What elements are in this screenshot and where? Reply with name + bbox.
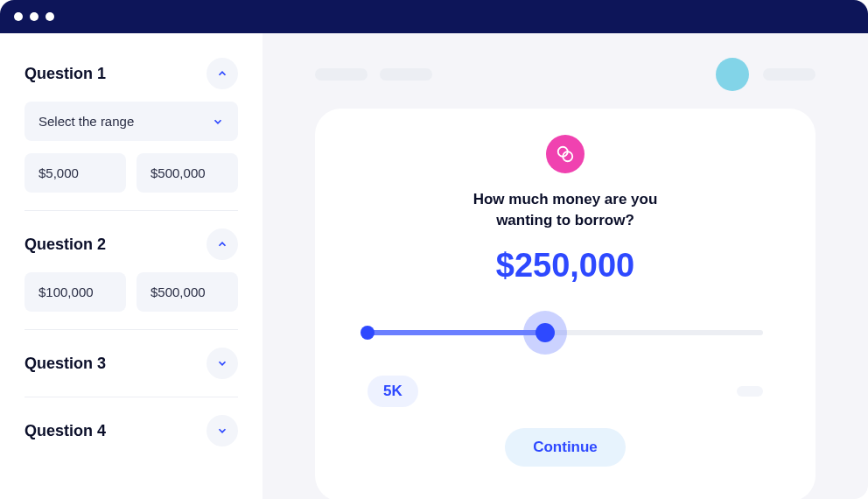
question-1-title: Question 1: [24, 65, 106, 83]
main-panel: How much money are you wanting to borrow…: [262, 33, 868, 499]
chevron-down-icon: [212, 116, 224, 128]
chevron-down-icon: [216, 357, 228, 369]
question-2-range: $100,000 $500,000: [24, 272, 238, 312]
question-2-toggle[interactable]: [206, 228, 238, 260]
slider-max-placeholder: [737, 386, 763, 397]
body: Question 1 Select the range $5,000 $500,…: [0, 33, 868, 499]
slider-thumb-inner: [536, 323, 555, 342]
question-2-min-input[interactable]: $100,000: [24, 272, 126, 312]
question-4: Question 4: [24, 415, 238, 464]
chevron-up-icon: [216, 238, 228, 250]
avatar[interactable]: [716, 58, 749, 91]
question-1-max-input[interactable]: $500,000: [136, 153, 238, 193]
question-2-header[interactable]: Question 2: [24, 228, 238, 260]
question-1: Question 1 Select the range $5,000 $500,…: [24, 58, 238, 211]
question-2-title: Question 2: [24, 235, 106, 254]
question-3-title: Question 3: [24, 355, 106, 373]
question-4-header[interactable]: Question 4: [24, 415, 238, 446]
amount-display: $250,000: [368, 247, 763, 285]
question-3-toggle[interactable]: [206, 348, 238, 379]
nav-pill-placeholder: [763, 68, 816, 81]
titlebar: [0, 0, 868, 33]
question-1-range: $5,000 $500,000: [24, 153, 238, 193]
borrow-card: How much money are you wanting to borrow…: [315, 109, 816, 499]
sidebar: Question 1 Select the range $5,000 $500,…: [0, 33, 262, 499]
question-2-max-input[interactable]: $500,000: [136, 272, 238, 312]
slider-start-dot: [360, 326, 374, 340]
question-1-select[interactable]: Select the range: [24, 102, 238, 141]
nav-tab-placeholder[interactable]: [315, 68, 368, 81]
question-1-header[interactable]: Question 1: [24, 58, 238, 89]
slider-labels: 5K: [368, 376, 763, 407]
question-3-header[interactable]: Question 3: [24, 348, 238, 379]
card-question-text: How much money are you wanting to borrow…: [452, 189, 679, 231]
slider-thumb[interactable]: [523, 311, 567, 355]
question-2: Question 2 $100,000 $500,000: [24, 228, 238, 330]
question-4-title: Question 4: [24, 422, 106, 440]
question-4-toggle[interactable]: [206, 415, 238, 446]
amount-slider[interactable]: [368, 311, 763, 355]
nav-right: [716, 58, 816, 91]
top-nav: [315, 33, 816, 109]
app-window: Question 1 Select the range $5,000 $500,…: [0, 0, 868, 499]
question-1-min-input[interactable]: $5,000: [24, 153, 126, 193]
chevron-down-icon: [216, 425, 228, 437]
continue-button[interactable]: Continue: [505, 428, 626, 467]
question-1-toggle[interactable]: [206, 58, 238, 89]
slider-min-label: 5K: [368, 376, 418, 407]
chevron-up-icon: [216, 67, 228, 80]
nav-tab-placeholder[interactable]: [380, 68, 432, 81]
window-dot: [46, 12, 54, 21]
nav-tabs: [315, 68, 432, 81]
slider-fill: [368, 330, 545, 335]
money-icon: [546, 135, 584, 173]
window-dot: [30, 12, 38, 21]
question-3: Question 3: [24, 348, 238, 397]
question-1-select-label: Select the range: [38, 114, 134, 129]
window-dot: [14, 12, 23, 21]
